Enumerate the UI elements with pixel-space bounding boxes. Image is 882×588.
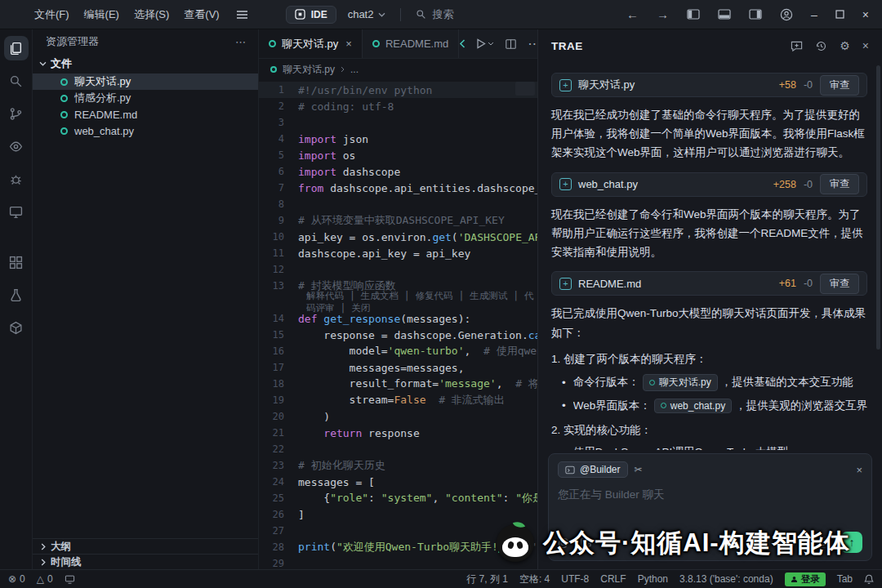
outline-section[interactable]: 大纲 <box>33 538 258 554</box>
more-menus-icon[interactable] <box>236 10 248 20</box>
split-editor-icon[interactable] <box>505 38 517 50</box>
cursor-position[interactable]: 行 7, 列 1 <box>466 572 508 586</box>
debug-icon[interactable] <box>4 167 29 191</box>
new-chat-icon[interactable] <box>791 40 803 52</box>
run-icon <box>476 38 486 49</box>
code-line: 20 ) <box>259 408 537 425</box>
language-mode[interactable]: Python <box>638 573 668 585</box>
source-control-icon[interactable] <box>4 101 29 126</box>
problems-warnings[interactable]: △ 0 <box>37 573 53 585</box>
nav-forward-icon[interactable]: → <box>657 7 669 21</box>
search-button[interactable]: 搜索 <box>416 7 453 22</box>
menu-edit[interactable]: 编辑(E) <box>84 7 119 22</box>
chevron-right-icon <box>341 66 345 73</box>
tools-icon[interactable]: ✂ <box>635 464 643 475</box>
run-button[interactable] <box>476 38 494 49</box>
plugin-box-icon[interactable] <box>4 315 29 340</box>
builder-context-chip[interactable]: @Builder <box>558 461 628 478</box>
close-window-button[interactable]: × <box>862 8 869 21</box>
code-text: #!/usr/bin/env python <box>298 84 432 96</box>
toggle-right-panel-icon[interactable] <box>749 9 762 20</box>
minimize-button[interactable]: – <box>811 8 817 21</box>
editor-scrollbar-thumb[interactable] <box>515 82 535 96</box>
breadcrumb[interactable]: 聊天对话.py ... <box>259 59 537 80</box>
account-icon[interactable] <box>780 8 793 21</box>
review-button[interactable]: 审查 <box>820 274 859 294</box>
extensions-icon[interactable] <box>4 250 29 274</box>
toggle-left-panel-icon[interactable] <box>687 9 700 20</box>
editor-tab[interactable]: 聊天对话.py× <box>259 29 363 58</box>
tab-size[interactable]: Tab <box>837 573 853 585</box>
code-token: def <box>298 313 323 325</box>
chat-input-placeholder[interactable]: 您正在与 Builder 聊天 <box>558 488 862 502</box>
history-icon[interactable] <box>815 40 827 52</box>
editor-tab[interactable]: README.md <box>363 29 459 58</box>
assistant-bullet-item: •Web界面版本：web_chat.py，提供美观的浏览器交互界面 <box>562 399 867 413</box>
review-button[interactable]: 审查 <box>820 75 859 96</box>
folder-icon[interactable] <box>603 537 615 548</box>
encoding[interactable]: UTF-8 <box>561 573 589 585</box>
explorer-sidebar: 资源管理器 ⋯ 文件 聊天对话.py情感分析.pyREADME.mdweb_ch… <box>33 29 259 569</box>
python-interpreter[interactable]: 3.8.13 ('base': conda) <box>679 573 773 585</box>
code-text: model='qwen-turbo', # 使用qwen- <box>298 344 537 359</box>
settings-gear-icon[interactable]: ⚙ <box>840 40 850 51</box>
files-section-header[interactable]: 文件 <box>33 54 258 74</box>
line-number: 25 <box>259 492 298 504</box>
menu-view[interactable]: 查看(V) <box>184 7 219 22</box>
chat-input-card[interactable]: @Builder ✂ × 您正在与 Builder 聊天 @ Auto <box>548 453 872 561</box>
code-token: response = dashscope.Generation. <box>298 329 528 341</box>
login-badge[interactable]: 登录 <box>785 572 826 586</box>
preview-eye-icon[interactable] <box>4 134 29 158</box>
file-item[interactable]: web_chat.py <box>33 122 258 139</box>
send-button[interactable]: ↑ <box>841 532 862 553</box>
lines-added: +58 <box>779 79 796 91</box>
ide-badge[interactable]: IDE <box>286 6 336 24</box>
mention-icon[interactable]: @ <box>558 536 569 549</box>
image-icon[interactable] <box>580 537 592 548</box>
file-chip[interactable]: 聊天对话.py <box>643 374 718 391</box>
remote-monitor-icon[interactable] <box>4 199 29 224</box>
workspace-switcher[interactable]: chat2 <box>348 8 386 20</box>
testing-beaker-icon[interactable] <box>4 283 29 307</box>
remove-context-icon[interactable]: × <box>856 464 862 476</box>
file-change-card[interactable]: +README.md+61-0审查 <box>551 271 867 296</box>
file-item[interactable]: 聊天对话.py <box>33 74 258 90</box>
status-bar: ⊗ 0 △ 0 行 7, 列 1 空格: 4 UTF-8 CRLF Python… <box>0 569 882 588</box>
line-number: 5 <box>259 149 298 161</box>
explorer-icon[interactable] <box>4 36 29 60</box>
problems-errors[interactable]: ⊗ 0 <box>8 573 25 585</box>
file-chip[interactable]: web_chat.py <box>654 399 732 413</box>
file-type-icon <box>372 40 380 47</box>
model-name: Auto <box>775 537 795 548</box>
file-item[interactable]: 情感分析.py <box>33 90 258 106</box>
eol-sequence[interactable]: CRLF <box>600 573 626 585</box>
code-token: "role" <box>330 492 368 504</box>
login-label: 登录 <box>801 573 820 586</box>
nav-back-icon[interactable]: ← <box>626 7 639 21</box>
menu-file[interactable]: 文件(F) <box>34 7 69 22</box>
close-panel-icon[interactable]: × <box>862 40 869 51</box>
codelens-actions[interactable]: 解释代码 | 生成文档 | 修复代码 | 生成测试 | 代码评审 | 关闭 <box>259 294 537 310</box>
review-button[interactable]: 审查 <box>820 174 859 194</box>
timeline-section[interactable]: 时间线 <box>33 554 258 569</box>
search-sidebar-icon[interactable] <box>4 69 29 93</box>
titlebar-controls: ← → – × <box>626 7 882 21</box>
maximize-button[interactable] <box>835 10 844 19</box>
back-chevron-icon[interactable] <box>459 39 466 48</box>
chat-scrollbar-thumb[interactable] <box>876 65 880 350</box>
notifications-icon[interactable] <box>864 574 874 585</box>
indentation[interactable]: 空格: 4 <box>519 572 550 586</box>
toggle-bottom-panel-icon[interactable] <box>718 9 731 20</box>
close-tab-icon[interactable]: × <box>345 38 352 50</box>
sidebar-header: 资源管理器 ⋯ <box>33 29 258 54</box>
file-change-card[interactable]: +web_chat.py+258-0审查 <box>551 172 867 197</box>
file-change-card[interactable]: +聊天对话.py+58-0审查 <box>551 73 867 97</box>
sidebar-more-icon[interactable]: ⋯ <box>235 36 247 48</box>
code-token: ( <box>330 541 336 553</box>
menu-selection[interactable]: 选择(S) <box>134 7 169 22</box>
file-item[interactable]: README.md <box>33 106 258 122</box>
model-selector[interactable]: Auto <box>775 537 805 548</box>
code-editor[interactable]: 1#!/usr/bin/env python2# coding: utf-834… <box>259 80 537 569</box>
titlebar: 文件(F) 编辑(E) 选择(S) 查看(V) IDE chat2 搜索 <box>0 0 882 29</box>
ports-icon[interactable] <box>65 575 75 584</box>
